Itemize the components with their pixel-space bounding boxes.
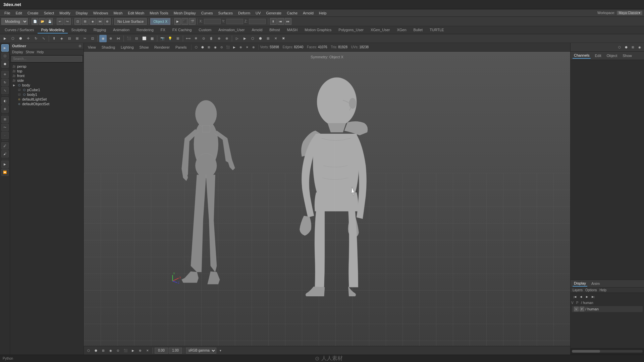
layer-visibility-btn[interactable]: V [574, 307, 579, 311]
layers-sub-layers[interactable]: Layers [573, 288, 583, 292]
soft-sel-tool[interactable]: ◐ [1, 97, 9, 105]
outliner-show[interactable]: Show [26, 50, 34, 54]
live-surface-btn[interactable]: No Live Surface [114, 18, 147, 25]
scale-tool[interactable]: ⤡ [1, 87, 9, 94]
vp-icon9[interactable]: ✕ [244, 44, 250, 50]
tab-fx[interactable]: FX [157, 27, 169, 34]
grid-btn[interactable]: ⊞ [174, 35, 181, 42]
menu-mesh-tools[interactable]: Mesh Tools [147, 10, 171, 16]
tab-xgen-user[interactable]: XGen_User [367, 27, 393, 34]
menu-uv[interactable]: UV [253, 10, 263, 16]
menu-mesh-display[interactable]: Mesh Display [171, 10, 199, 16]
menu-cache[interactable]: Cache [284, 10, 300, 16]
vp-menu-view[interactable]: View [85, 45, 99, 50]
layer-playback-btn[interactable]: P [580, 307, 584, 311]
lasso-tool[interactable]: ⬡ [1, 52, 9, 60]
tab-custom[interactable]: Custom [195, 27, 215, 34]
rp-icon2[interactable]: ⬢ [623, 44, 629, 50]
outliner-item-body[interactable]: ▶ ⬡ body [11, 83, 82, 87]
show-manipulator-tool[interactable]: ⊕ [1, 105, 9, 113]
layer-nav4[interactable]: ▶| [591, 294, 595, 299]
menu-mesh[interactable]: Mesh [111, 10, 125, 16]
menu-curves[interactable]: Curves [199, 10, 216, 16]
rp-tab-object[interactable]: Object [605, 53, 619, 58]
xray4-btn[interactable]: ⬢ [257, 35, 264, 42]
outliner-item-pcube1[interactable]: ☑ ⬡ pCube1 [11, 87, 82, 92]
vp-tb-icon5[interactable]: ⊙ [115, 347, 121, 354]
mirror-btn[interactable]: ⟺ [184, 35, 192, 42]
vp-menu-renderer[interactable]: Renderer [152, 45, 172, 50]
freeze-btn[interactable]: ❄ [192, 35, 200, 42]
tab-fx-caching[interactable]: FX Caching [169, 27, 195, 34]
smooth-btn[interactable]: ◉ [99, 35, 107, 42]
bridge-btn[interactable]: ⊟ [66, 35, 73, 42]
new-btn[interactable]: 📄 [32, 18, 38, 25]
tab-turtle[interactable]: TURTLE [426, 27, 447, 34]
tab-bullet[interactable]: Bullet [410, 27, 426, 34]
menu-generate[interactable]: Generate [263, 10, 284, 16]
render1-btn[interactable]: ▶ [174, 18, 181, 25]
layer-nav1[interactable]: |◀ [573, 294, 577, 299]
camera-btn[interactable]: 📷 [159, 35, 166, 42]
rp-display-tab[interactable]: Display [573, 281, 587, 287]
move-btn[interactable]: ✛ [24, 35, 32, 42]
snap-point-tool[interactable]: · [1, 132, 9, 139]
snap-grid-tool[interactable]: ⊞ [1, 116, 9, 123]
menu-windows[interactable]: Windows [91, 10, 111, 16]
workspace-value[interactable]: Maya Classic▾ [617, 11, 642, 15]
select-tool-btn[interactable]: ▶ [1, 35, 9, 42]
undo-btn[interactable]: ↩ [57, 18, 63, 25]
vp-tb-icon9[interactable]: ✕ [144, 347, 151, 354]
vp-icon7[interactable]: ▶ [231, 44, 237, 50]
layers-sub-options[interactable]: Options [585, 288, 597, 292]
menu-display[interactable]: Display [73, 10, 91, 16]
tab-sculpting[interactable]: Sculpting [68, 27, 90, 34]
multi-cut-btn[interactable]: ✂ [81, 35, 89, 42]
outliner-item-defaultlightset[interactable]: ⊙ defaultLightSet [11, 97, 82, 102]
play-btn[interactable]: ⏸ [270, 18, 277, 25]
save-btn[interactable]: 💾 [46, 18, 53, 25]
tab-animation[interactable]: Animation [110, 27, 133, 34]
extrude-btn[interactable]: ⬆ [50, 35, 58, 42]
outliner-display[interactable]: Display [12, 50, 23, 54]
menu-help[interactable]: Help [316, 10, 329, 16]
snap-curve-tool[interactable]: 〜 [1, 124, 9, 131]
snap3-btn[interactable]: ◈ [89, 18, 96, 25]
vp-icon5[interactable]: ⊙ [219, 44, 225, 50]
offset-btn[interactable]: ⊡ [89, 35, 96, 42]
menu-edit[interactable]: Edit [13, 10, 25, 16]
menu-select[interactable]: Select [41, 10, 57, 16]
vp-tb-icon4[interactable]: ◉ [107, 347, 114, 354]
light-btn[interactable]: 💡 [166, 35, 174, 42]
outliner-item-side[interactable]: 🎥 side [11, 78, 82, 83]
tab-polygons-user[interactable]: Polygons_User [335, 27, 367, 34]
vp-tb-icon10[interactable]: ▾ [217, 347, 224, 354]
rp-tab-channels[interactable]: Channels [573, 53, 591, 59]
tab-mash[interactable]: MASH [283, 27, 301, 34]
select-tool[interactable]: ▶ [1, 44, 9, 52]
vp-color-select[interactable]: sRGB gamma [186, 348, 216, 354]
anim1-btn[interactable]: ⏮ [277, 18, 284, 25]
vp-icon2[interactable]: ⬢ [200, 44, 206, 50]
paint-tool[interactable]: ⬢ [1, 60, 9, 68]
vp-icon1[interactable]: ⬡ [193, 44, 199, 50]
xray3-btn[interactable]: ⬡ [249, 35, 256, 42]
layer-item-human[interactable]: V P / human [572, 306, 643, 312]
render3-btn[interactable]: 🎬 [189, 18, 196, 25]
vp-num2-input[interactable] [169, 348, 182, 354]
xray2-btn[interactable]: ▶ [241, 35, 249, 42]
connect-btn[interactable]: ⋈ [115, 35, 122, 42]
rp-anim-tab[interactable]: Anim [590, 281, 601, 286]
vp-icon3[interactable]: ⊞ [206, 44, 212, 50]
xray5-btn[interactable]: ⊞ [264, 35, 272, 42]
menu-create[interactable]: Create [25, 10, 41, 16]
viewport-canvas[interactable]: RRCG RRCG RRCG 人人素材 人人素材 人人素材 Symmetry: … [84, 52, 570, 355]
vp-tb-icon1[interactable]: ⬡ [85, 347, 92, 354]
menu-file[interactable]: File [2, 10, 13, 16]
loop-btn[interactable]: ⊞ [73, 35, 81, 42]
rotate-btn[interactable]: ↻ [32, 35, 40, 42]
center-btn[interactable]: ⊙ [200, 35, 207, 42]
rp-tab-show[interactable]: Show [621, 53, 633, 58]
tab-xgen[interactable]: XGen [393, 27, 410, 34]
outliner-help[interactable]: Help [37, 50, 44, 54]
